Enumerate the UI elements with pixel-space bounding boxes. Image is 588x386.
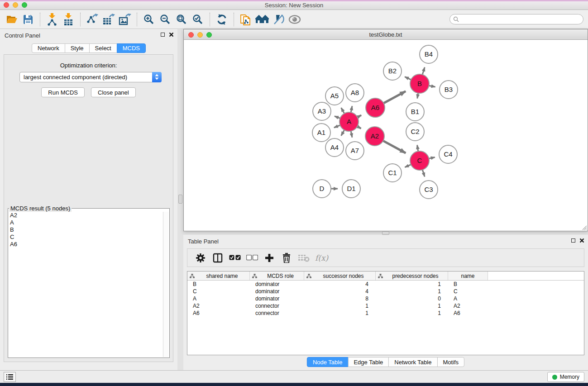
tab-edge-table[interactable]: Edge Table	[348, 357, 389, 367]
tab-motifs[interactable]: Motifs	[437, 357, 464, 367]
close-panel-button[interactable]: Close panel	[91, 87, 136, 97]
close-panel-icon[interactable]	[579, 238, 584, 243]
table-row[interactable]: A6connector11A6	[187, 310, 584, 317]
edge-A6-B[interactable]	[384, 91, 406, 103]
table-header-row[interactable]: shared nameMCDS rolesuccessor nodesprede…	[187, 272, 584, 281]
optimization-criterion-select[interactable]: largest connected component (directed)	[19, 72, 162, 82]
node-C1[interactable]: C1	[383, 164, 402, 182]
import-table-icon[interactable]	[60, 12, 76, 27]
zoom-selected-icon[interactable]	[190, 12, 206, 27]
export-image-icon[interactable]	[117, 12, 133, 27]
edge-B-B2[interactable]	[405, 77, 411, 80]
select-all-icon[interactable]	[227, 251, 243, 265]
edge-B-B1[interactable]	[417, 93, 418, 99]
show-graphics-icon[interactable]	[287, 12, 303, 27]
node-B3[interactable]: B3	[440, 81, 458, 99]
home-samples-icon[interactable]	[254, 12, 270, 27]
network-from-document-icon[interactable]	[238, 12, 254, 27]
vertical-splitter-handle[interactable]	[178, 195, 182, 204]
export-table-icon[interactable]	[100, 12, 117, 27]
table-row[interactable]: A2connector11A2	[187, 302, 584, 310]
mcds-result-item[interactable]: A	[8, 219, 169, 226]
edge-B-B4[interactable]	[422, 67, 425, 75]
edge-A-A3[interactable]	[335, 116, 340, 119]
edge-A2-C[interactable]	[383, 141, 406, 153]
node-C4[interactable]: C4	[439, 145, 457, 163]
node-A[interactable]: A	[339, 112, 359, 131]
run-mcds-button[interactable]: Run MCDS	[41, 87, 85, 97]
node-A1[interactable]: A1	[312, 124, 330, 142]
tab-network[interactable]: Network	[32, 43, 65, 53]
table-body[interactable]: Bdominator41BCdominator41CAdominator80AA…	[187, 281, 584, 317]
float-panel-icon[interactable]	[571, 238, 575, 243]
mcds-result-list[interactable]: A2ABCA6	[8, 212, 169, 357]
tab-select[interactable]: Select	[89, 43, 117, 53]
node-B[interactable]: B	[410, 74, 429, 93]
edge-C-C2[interactable]	[417, 145, 418, 152]
column-header-predecessor-nodes[interactable]: predecessor nodes	[376, 272, 448, 280]
node-A7[interactable]: A7	[346, 142, 364, 160]
node-A4[interactable]: A4	[325, 138, 344, 157]
edge-A-A8[interactable]	[351, 106, 352, 112]
create-column-plus-icon[interactable]	[262, 251, 277, 265]
horizontal-splitter-handle[interactable]	[382, 231, 389, 235]
memory-button[interactable]: Memory	[547, 372, 584, 382]
edge-C-C1[interactable]	[405, 165, 411, 167]
node-table[interactable]: shared nameMCDS rolesuccessor nodesprede…	[187, 271, 584, 355]
edge-C-C3[interactable]	[422, 170, 425, 176]
refresh-network-icon[interactable]	[214, 12, 230, 27]
save-session-icon[interactable]	[20, 12, 36, 27]
tab-node-table[interactable]: Node Table	[307, 357, 349, 367]
close-panel-icon[interactable]	[169, 32, 174, 37]
open-file-icon[interactable]	[4, 12, 20, 27]
node-A5[interactable]: A5	[325, 87, 344, 105]
zoom-out-icon[interactable]	[157, 12, 173, 27]
zoom-in-icon[interactable]	[141, 12, 157, 27]
list-scrollbar[interactable]	[163, 212, 169, 357]
network-window-titlebar[interactable]: testGlobe.txt	[184, 29, 588, 40]
node-C2[interactable]: C2	[406, 123, 424, 141]
tab-style[interactable]: Style	[65, 43, 90, 53]
show-column-panel-icon[interactable]	[210, 251, 225, 265]
export-network-icon[interactable]	[84, 12, 100, 27]
table-row[interactable]: Cdominator41C	[187, 288, 584, 295]
search-input[interactable]	[461, 16, 583, 23]
node-D[interactable]: D	[313, 180, 331, 198]
resize-grip-icon[interactable]	[581, 224, 587, 230]
edge-A-A5[interactable]	[341, 108, 344, 114]
node-A6[interactable]: A6	[366, 98, 385, 117]
deselect-all-icon[interactable]	[244, 251, 260, 265]
node-C[interactable]: C	[410, 151, 429, 170]
mcds-result-item[interactable]: B	[8, 226, 169, 234]
edge-A-A2[interactable]	[357, 126, 361, 129]
node-B2[interactable]: B2	[383, 62, 402, 80]
mcds-result-item[interactable]: A2	[8, 212, 169, 219]
edge-B-B3[interactable]	[429, 86, 435, 87]
mcds-result-item[interactable]: A6	[8, 241, 169, 248]
search-field[interactable]	[449, 14, 583, 24]
node-C3[interactable]: C3	[420, 181, 438, 199]
network-canvas[interactable]: B4B2BB3A5A8A6A3B1AC2A1A2A4A7C4CC1C3DD1	[184, 40, 588, 231]
table-settings-gear-icon[interactable]	[193, 251, 208, 265]
function-builder-icon[interactable]: f(x)	[313, 253, 328, 262]
column-header-name[interactable]: name	[448, 272, 488, 280]
edge-A-A4[interactable]	[341, 130, 344, 136]
column-header-successor-nodes[interactable]: successor nodes	[304, 272, 376, 280]
edge-C-C4[interactable]	[429, 157, 435, 159]
node-A3[interactable]: A3	[313, 102, 331, 120]
zoom-fit-icon[interactable]	[173, 12, 190, 27]
task-history-button[interactable]	[4, 372, 16, 382]
delete-column-trash-icon[interactable]	[279, 251, 294, 265]
table-row[interactable]: Adominator80A	[187, 295, 584, 302]
node-B4[interactable]: B4	[420, 45, 438, 63]
column-header-MCDS-role[interactable]: MCDS role	[250, 272, 304, 280]
tab-network-table[interactable]: Network Table	[388, 357, 437, 367]
import-network-icon[interactable]	[44, 12, 60, 27]
float-panel-icon[interactable]	[161, 33, 165, 37]
tab-mcds[interactable]: MCDS	[117, 43, 146, 53]
hide-annotations-icon[interactable]	[270, 12, 287, 27]
delete-table-icon[interactable]	[296, 251, 311, 265]
node-A8[interactable]: A8	[346, 84, 364, 102]
table-row[interactable]: Bdominator41B	[187, 281, 584, 288]
node-B1[interactable]: B1	[406, 103, 424, 121]
